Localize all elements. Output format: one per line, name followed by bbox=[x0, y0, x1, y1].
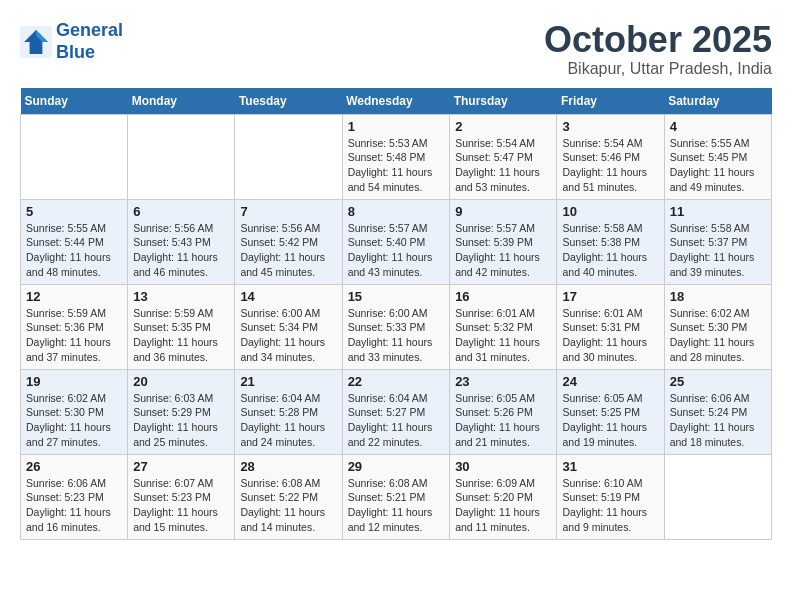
day-number: 24 bbox=[562, 374, 658, 389]
day-info: Sunrise: 6:06 AM Sunset: 5:23 PM Dayligh… bbox=[26, 476, 122, 535]
calendar-cell: 5Sunrise: 5:55 AM Sunset: 5:44 PM Daylig… bbox=[21, 199, 128, 284]
day-info: Sunrise: 6:07 AM Sunset: 5:23 PM Dayligh… bbox=[133, 476, 229, 535]
calendar-cell: 30Sunrise: 6:09 AM Sunset: 5:20 PM Dayli… bbox=[450, 454, 557, 539]
calendar-cell: 13Sunrise: 5:59 AM Sunset: 5:35 PM Dayli… bbox=[128, 284, 235, 369]
day-number: 3 bbox=[562, 119, 658, 134]
day-number: 31 bbox=[562, 459, 658, 474]
day-info: Sunrise: 6:04 AM Sunset: 5:27 PM Dayligh… bbox=[348, 391, 445, 450]
day-info: Sunrise: 5:59 AM Sunset: 5:36 PM Dayligh… bbox=[26, 306, 122, 365]
calendar-cell bbox=[21, 114, 128, 199]
day-number: 17 bbox=[562, 289, 658, 304]
day-info: Sunrise: 6:01 AM Sunset: 5:31 PM Dayligh… bbox=[562, 306, 658, 365]
calendar-cell: 12Sunrise: 5:59 AM Sunset: 5:36 PM Dayli… bbox=[21, 284, 128, 369]
calendar-cell bbox=[235, 114, 342, 199]
title-block: October 2025 Bikapur, Uttar Pradesh, Ind… bbox=[544, 20, 772, 78]
calendar-cell: 26Sunrise: 6:06 AM Sunset: 5:23 PM Dayli… bbox=[21, 454, 128, 539]
calendar-cell: 25Sunrise: 6:06 AM Sunset: 5:24 PM Dayli… bbox=[664, 369, 771, 454]
week-row-0: 1Sunrise: 5:53 AM Sunset: 5:48 PM Daylig… bbox=[21, 114, 772, 199]
calendar-cell: 3Sunrise: 5:54 AM Sunset: 5:46 PM Daylig… bbox=[557, 114, 664, 199]
day-info: Sunrise: 6:08 AM Sunset: 5:22 PM Dayligh… bbox=[240, 476, 336, 535]
day-info: Sunrise: 5:53 AM Sunset: 5:48 PM Dayligh… bbox=[348, 136, 445, 195]
calendar-cell: 27Sunrise: 6:07 AM Sunset: 5:23 PM Dayli… bbox=[128, 454, 235, 539]
day-number: 10 bbox=[562, 204, 658, 219]
logo-icon bbox=[20, 26, 52, 58]
calendar-cell: 31Sunrise: 6:10 AM Sunset: 5:19 PM Dayli… bbox=[557, 454, 664, 539]
calendar-cell: 10Sunrise: 5:58 AM Sunset: 5:38 PM Dayli… bbox=[557, 199, 664, 284]
week-row-1: 5Sunrise: 5:55 AM Sunset: 5:44 PM Daylig… bbox=[21, 199, 772, 284]
day-number: 23 bbox=[455, 374, 551, 389]
day-number: 18 bbox=[670, 289, 766, 304]
calendar-cell: 7Sunrise: 5:56 AM Sunset: 5:42 PM Daylig… bbox=[235, 199, 342, 284]
day-info: Sunrise: 6:00 AM Sunset: 5:33 PM Dayligh… bbox=[348, 306, 445, 365]
calendar-cell: 4Sunrise: 5:55 AM Sunset: 5:45 PM Daylig… bbox=[664, 114, 771, 199]
day-number: 2 bbox=[455, 119, 551, 134]
day-info: Sunrise: 6:02 AM Sunset: 5:30 PM Dayligh… bbox=[26, 391, 122, 450]
calendar-cell: 16Sunrise: 6:01 AM Sunset: 5:32 PM Dayli… bbox=[450, 284, 557, 369]
day-number: 22 bbox=[348, 374, 445, 389]
day-info: Sunrise: 6:05 AM Sunset: 5:26 PM Dayligh… bbox=[455, 391, 551, 450]
day-info: Sunrise: 5:59 AM Sunset: 5:35 PM Dayligh… bbox=[133, 306, 229, 365]
calendar-cell bbox=[128, 114, 235, 199]
logo-general: General bbox=[56, 20, 123, 40]
day-number: 5 bbox=[26, 204, 122, 219]
day-number: 19 bbox=[26, 374, 122, 389]
calendar-cell: 1Sunrise: 5:53 AM Sunset: 5:48 PM Daylig… bbox=[342, 114, 450, 199]
calendar-cell: 2Sunrise: 5:54 AM Sunset: 5:47 PM Daylig… bbox=[450, 114, 557, 199]
day-info: Sunrise: 6:02 AM Sunset: 5:30 PM Dayligh… bbox=[670, 306, 766, 365]
day-number: 8 bbox=[348, 204, 445, 219]
day-number: 20 bbox=[133, 374, 229, 389]
day-number: 29 bbox=[348, 459, 445, 474]
calendar-cell: 14Sunrise: 6:00 AM Sunset: 5:34 PM Dayli… bbox=[235, 284, 342, 369]
day-number: 27 bbox=[133, 459, 229, 474]
weekday-header-wednesday: Wednesday bbox=[342, 88, 450, 115]
calendar-cell: 11Sunrise: 5:58 AM Sunset: 5:37 PM Dayli… bbox=[664, 199, 771, 284]
day-number: 16 bbox=[455, 289, 551, 304]
calendar-cell: 18Sunrise: 6:02 AM Sunset: 5:30 PM Dayli… bbox=[664, 284, 771, 369]
day-number: 21 bbox=[240, 374, 336, 389]
day-number: 12 bbox=[26, 289, 122, 304]
month-title: October 2025 bbox=[544, 20, 772, 60]
day-info: Sunrise: 5:54 AM Sunset: 5:46 PM Dayligh… bbox=[562, 136, 658, 195]
weekday-header-monday: Monday bbox=[128, 88, 235, 115]
day-info: Sunrise: 6:03 AM Sunset: 5:29 PM Dayligh… bbox=[133, 391, 229, 450]
week-row-2: 12Sunrise: 5:59 AM Sunset: 5:36 PM Dayli… bbox=[21, 284, 772, 369]
day-info: Sunrise: 6:01 AM Sunset: 5:32 PM Dayligh… bbox=[455, 306, 551, 365]
day-info: Sunrise: 5:56 AM Sunset: 5:42 PM Dayligh… bbox=[240, 221, 336, 280]
calendar-cell: 24Sunrise: 6:05 AM Sunset: 5:25 PM Dayli… bbox=[557, 369, 664, 454]
day-info: Sunrise: 6:04 AM Sunset: 5:28 PM Dayligh… bbox=[240, 391, 336, 450]
day-info: Sunrise: 6:00 AM Sunset: 5:34 PM Dayligh… bbox=[240, 306, 336, 365]
calendar-cell bbox=[664, 454, 771, 539]
day-number: 6 bbox=[133, 204, 229, 219]
day-number: 28 bbox=[240, 459, 336, 474]
calendar-cell: 22Sunrise: 6:04 AM Sunset: 5:27 PM Dayli… bbox=[342, 369, 450, 454]
day-info: Sunrise: 6:10 AM Sunset: 5:19 PM Dayligh… bbox=[562, 476, 658, 535]
day-info: Sunrise: 5:58 AM Sunset: 5:38 PM Dayligh… bbox=[562, 221, 658, 280]
day-number: 4 bbox=[670, 119, 766, 134]
logo-text: General Blue bbox=[56, 20, 123, 63]
week-row-4: 26Sunrise: 6:06 AM Sunset: 5:23 PM Dayli… bbox=[21, 454, 772, 539]
location: Bikapur, Uttar Pradesh, India bbox=[544, 60, 772, 78]
calendar-cell: 23Sunrise: 6:05 AM Sunset: 5:26 PM Dayli… bbox=[450, 369, 557, 454]
calendar-cell: 20Sunrise: 6:03 AM Sunset: 5:29 PM Dayli… bbox=[128, 369, 235, 454]
day-number: 25 bbox=[670, 374, 766, 389]
week-row-3: 19Sunrise: 6:02 AM Sunset: 5:30 PM Dayli… bbox=[21, 369, 772, 454]
weekday-header-thursday: Thursday bbox=[450, 88, 557, 115]
day-number: 13 bbox=[133, 289, 229, 304]
calendar-cell: 28Sunrise: 6:08 AM Sunset: 5:22 PM Dayli… bbox=[235, 454, 342, 539]
day-number: 9 bbox=[455, 204, 551, 219]
day-info: Sunrise: 5:55 AM Sunset: 5:45 PM Dayligh… bbox=[670, 136, 766, 195]
day-info: Sunrise: 5:57 AM Sunset: 5:39 PM Dayligh… bbox=[455, 221, 551, 280]
calendar-table: SundayMondayTuesdayWednesdayThursdayFrid… bbox=[20, 88, 772, 540]
day-number: 14 bbox=[240, 289, 336, 304]
calendar-cell: 8Sunrise: 5:57 AM Sunset: 5:40 PM Daylig… bbox=[342, 199, 450, 284]
day-number: 26 bbox=[26, 459, 122, 474]
weekday-header-saturday: Saturday bbox=[664, 88, 771, 115]
calendar-cell: 6Sunrise: 5:56 AM Sunset: 5:43 PM Daylig… bbox=[128, 199, 235, 284]
day-number: 30 bbox=[455, 459, 551, 474]
calendar-cell: 21Sunrise: 6:04 AM Sunset: 5:28 PM Dayli… bbox=[235, 369, 342, 454]
day-info: Sunrise: 5:55 AM Sunset: 5:44 PM Dayligh… bbox=[26, 221, 122, 280]
day-info: Sunrise: 6:05 AM Sunset: 5:25 PM Dayligh… bbox=[562, 391, 658, 450]
calendar-cell: 29Sunrise: 6:08 AM Sunset: 5:21 PM Dayli… bbox=[342, 454, 450, 539]
calendar-cell: 9Sunrise: 5:57 AM Sunset: 5:39 PM Daylig… bbox=[450, 199, 557, 284]
logo-blue: Blue bbox=[56, 42, 95, 62]
